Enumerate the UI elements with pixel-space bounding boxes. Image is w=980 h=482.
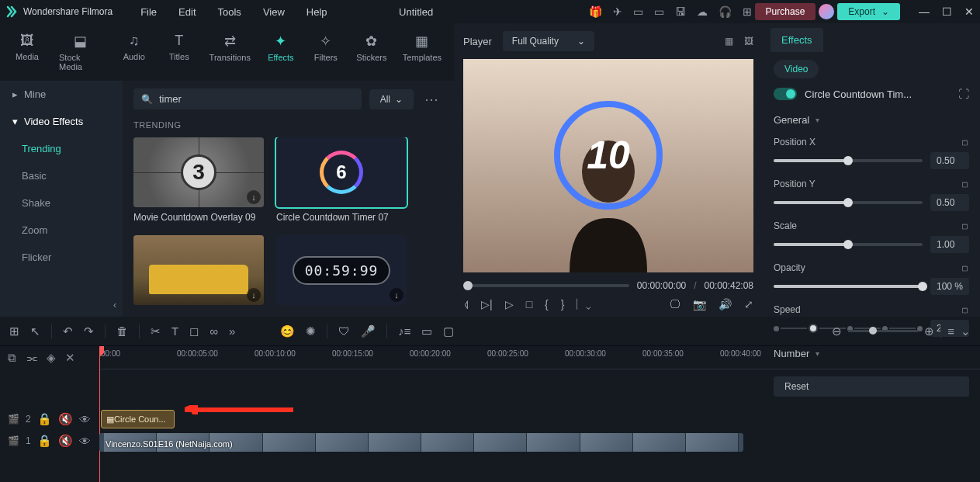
opacity-slider[interactable] (774, 285, 923, 288)
effect-thumbnail[interactable]: 00:59:99 ↓ (276, 235, 407, 305)
filter-select[interactable]: All⌄ (369, 89, 414, 109)
sidebar-collapse[interactable]: ‹ (0, 293, 123, 317)
tab-effects[interactable]: ✦Effects (261, 29, 300, 75)
user-avatar[interactable] (819, 4, 834, 19)
effect-track[interactable]: ▦ Circle Coun... (99, 408, 980, 430)
crop-icon[interactable]: ◻ (189, 324, 199, 338)
record-pane-icon[interactable]: ▭ (421, 324, 432, 338)
play-backward-icon[interactable]: ▷| (481, 298, 493, 310)
scrub-bar[interactable] (463, 284, 629, 287)
effect-thumbnail[interactable]: ◆ 3 ↓ (133, 137, 264, 207)
menu-edit[interactable]: Edit (169, 3, 205, 21)
save-icon[interactable]: 🖫 (675, 5, 686, 18)
download-icon[interactable]: ↓ (247, 288, 261, 302)
quality-select[interactable]: Full Quality⌄ (503, 31, 594, 51)
video-preview[interactable]: 10 (463, 59, 753, 272)
section-general[interactable]: General▾ (763, 108, 980, 132)
export-button[interactable]: Export⌄ (837, 3, 900, 20)
link-icon[interactable]: ∞ (210, 324, 218, 338)
audio-mix-icon[interactable]: ♪≡ (398, 324, 410, 338)
sidebar-mine[interactable]: ▸Mine (0, 81, 123, 108)
scrub-handle[interactable] (463, 281, 473, 290)
category-basic[interactable]: Basic (9, 162, 123, 189)
cloud-icon[interactable]: ☁ (697, 5, 708, 18)
message-icon[interactable]: ▭ (633, 5, 643, 18)
split-icon[interactable]: ✂ (151, 324, 161, 338)
tab-stock-media[interactable]: ⬓Stock Media (53, 29, 109, 75)
volume-icon[interactable]: 🔊 (719, 298, 732, 310)
shield-icon[interactable]: 🛡 (338, 324, 350, 338)
mark-out-icon[interactable]: } (561, 298, 565, 310)
video-track[interactable]: Vincenzo.S01E16 (NetNaija.com) (99, 432, 980, 458)
add-track-icon[interactable]: ⊞ (9, 324, 19, 338)
category-flicker[interactable]: Flicker (9, 244, 123, 271)
mute-icon[interactable]: 🔇 (58, 434, 73, 448)
mic-icon[interactable]: 🎤 (361, 324, 376, 338)
tab-titles[interactable]: TTitles (160, 29, 199, 75)
position-x-slider[interactable] (774, 159, 923, 162)
maximize-button[interactable]: ☐ (942, 5, 952, 18)
expand-icon[interactable]: ⛶ (958, 88, 969, 100)
visibility-icon[interactable]: 👁 (79, 435, 91, 448)
support-icon[interactable]: 🎧 (719, 5, 732, 18)
keyframe-icon[interactable]: ◇ (959, 303, 971, 316)
timeline-tracks-area[interactable]: 00:00 00:00:05:00 00:00:10:00 00:00:15:0… (99, 346, 980, 482)
zoom-slider[interactable] (848, 330, 918, 332)
keyframe-icon[interactable]: ◇ (959, 262, 971, 274)
position-y-value[interactable]: 0.50 (930, 194, 969, 211)
effect-thumbnail[interactable]: 6 (276, 137, 407, 207)
marker-tool-icon[interactable]: ◈ (47, 351, 56, 365)
position-x-value[interactable]: 0.50 (930, 152, 969, 169)
ai-icon[interactable]: 😊 (280, 324, 295, 338)
effect-card[interactable]: 00:59:99 ↓ (276, 235, 407, 305)
tab-audio[interactable]: ♫Audio (115, 29, 154, 75)
more-tools-icon[interactable]: » (229, 324, 235, 338)
download-icon[interactable]: ↓ (390, 288, 403, 302)
delete-icon[interactable]: 🗑 (116, 324, 128, 338)
fullscreen-icon[interactable]: ⤢ (744, 298, 753, 310)
keyframe-icon[interactable]: ◇ (959, 136, 971, 148)
keyframe-icon[interactable]: ◇ (959, 220, 971, 232)
mute-icon[interactable]: 🔇 (58, 412, 73, 426)
visibility-icon[interactable]: 👁 (79, 413, 91, 426)
camera-icon[interactable]: 📷 (693, 298, 706, 310)
display-icon[interactable]: 🖵 (670, 298, 680, 310)
snapshot-icon[interactable]: 🖼 (744, 36, 753, 47)
tab-stickers[interactable]: ✿Stickers (351, 29, 392, 75)
marker-icon[interactable]: ▢ (443, 324, 454, 338)
category-shake[interactable]: Shake (9, 189, 123, 217)
apps-icon[interactable]: ⊞ (743, 5, 752, 18)
zoom-out-icon[interactable]: ⊖ (832, 324, 842, 338)
effect-card[interactable]: ◆ 3 ↓ Movie Countdown Overlay 09 (133, 137, 264, 223)
scale-slider[interactable] (774, 243, 923, 246)
settings-dropdown-icon[interactable]: ⌄ (961, 324, 971, 338)
tab-templates[interactable]: ▦Templates (398, 29, 446, 75)
keyframe-icon[interactable]: ◇ (959, 178, 971, 190)
link-tracks-icon[interactable]: ⫘ (26, 352, 37, 365)
effect-thumbnail[interactable]: ↓ (133, 235, 264, 305)
position-y-slider[interactable] (774, 201, 923, 204)
sub-tab-video[interactable]: Video (774, 60, 819, 78)
clip-settings-icon[interactable]: ⎸⌄ (577, 297, 591, 310)
mark-in-icon[interactable]: { (545, 298, 549, 310)
scale-value[interactable]: 1.00 (930, 236, 969, 253)
category-trending[interactable]: Trending (9, 135, 123, 162)
minimize-button[interactable]: — (919, 5, 930, 18)
close-button[interactable]: ✕ (964, 5, 974, 18)
effect-clip[interactable]: ▦ Circle Coun... (101, 410, 175, 428)
purchase-button[interactable]: Purchase (755, 3, 816, 20)
effect-card[interactable]: 6 Circle Countdown Timer 07 (276, 137, 407, 223)
zoom-in-icon[interactable]: ⊕ (924, 324, 934, 338)
prev-frame-icon[interactable]: ⦉ (463, 298, 469, 310)
ripple-icon[interactable]: ✕ (65, 351, 75, 365)
send-icon[interactable]: ✈ (613, 5, 622, 18)
menu-file[interactable]: File (131, 3, 166, 21)
gift-icon[interactable]: 🎁 (589, 5, 602, 18)
list-view-icon[interactable]: ≡ (947, 324, 954, 338)
sidebar-video-effects[interactable]: ▾Video Effects (0, 108, 123, 135)
tab-media[interactable]: 🖼Media (8, 29, 47, 75)
opacity-value[interactable]: 100% (930, 278, 969, 295)
redo-icon[interactable]: ↷ (84, 324, 94, 338)
device-icon[interactable]: ▭ (654, 5, 664, 18)
select-tool-icon[interactable]: ↖ (30, 324, 40, 338)
